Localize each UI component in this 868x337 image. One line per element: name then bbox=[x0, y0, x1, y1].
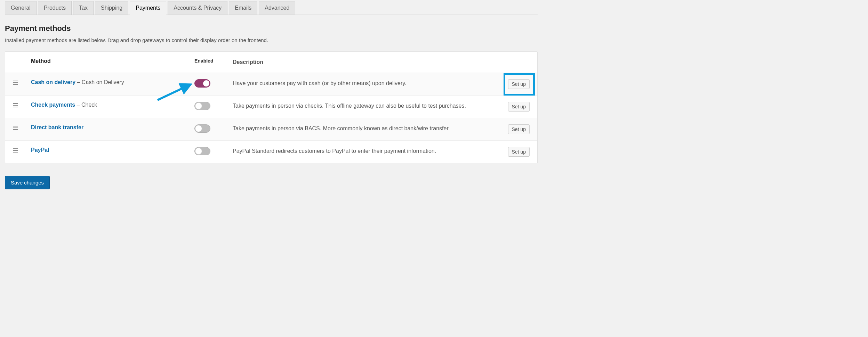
set-up-button[interactable]: Set up bbox=[508, 147, 530, 157]
table-row: Direct bank transferTake payments in per… bbox=[5, 118, 537, 140]
page-description: Installed payment methods are listed bel… bbox=[5, 37, 538, 43]
gateway-name-link[interactable]: Cash on delivery bbox=[31, 79, 75, 85]
column-header-description: Description bbox=[233, 58, 498, 66]
table-header: Method Enabled Description bbox=[5, 52, 537, 73]
gateway-separator: – bbox=[75, 102, 81, 108]
gateway-description: Take payments in person via checks. This… bbox=[233, 102, 498, 110]
tab-tax[interactable]: Tax bbox=[73, 1, 94, 15]
tab-payments[interactable]: Payments bbox=[130, 1, 166, 15]
tab-shipping[interactable]: Shipping bbox=[95, 1, 128, 15]
gateway-description: PayPal Standard redirects customers to P… bbox=[233, 147, 498, 155]
gateway-name-link[interactable]: Direct bank transfer bbox=[31, 124, 83, 130]
gateway-description: Have your customers pay with cash (or by… bbox=[233, 79, 498, 88]
drag-handle-icon[interactable] bbox=[13, 79, 18, 85]
column-header-method: Method bbox=[31, 58, 194, 64]
tab-general[interactable]: General bbox=[5, 1, 37, 15]
drag-handle-icon[interactable] bbox=[13, 147, 18, 153]
enabled-toggle[interactable] bbox=[194, 102, 210, 110]
tab-emails[interactable]: Emails bbox=[229, 1, 257, 15]
tab-products[interactable]: Products bbox=[38, 1, 72, 15]
column-header-enabled: Enabled bbox=[194, 58, 233, 64]
set-up-button[interactable]: Set up bbox=[508, 102, 530, 112]
tab-accounts-privacy[interactable]: Accounts & Privacy bbox=[168, 1, 227, 15]
payment-gateways-table: Method Enabled Description Cash on deliv… bbox=[5, 51, 538, 163]
enabled-toggle[interactable] bbox=[194, 147, 210, 155]
enabled-toggle[interactable] bbox=[194, 79, 210, 88]
drag-handle-icon[interactable] bbox=[13, 124, 18, 130]
gateway-description: Take payments in person via BACS. More c… bbox=[233, 124, 498, 133]
table-row: PayPalPayPal Standard redirects customer… bbox=[5, 140, 537, 163]
page-title: Payment methods bbox=[5, 24, 538, 33]
gateway-display-name: Cash on Delivery bbox=[82, 79, 124, 85]
gateway-name-link[interactable]: PayPal bbox=[31, 147, 49, 153]
gateway-display-name: Check bbox=[81, 102, 97, 108]
gateway-separator: – bbox=[75, 79, 82, 85]
drag-handle-icon[interactable] bbox=[13, 102, 18, 107]
set-up-button[interactable]: Set up bbox=[508, 124, 530, 134]
settings-tab-strip: GeneralProductsTaxShippingPaymentsAccoun… bbox=[5, 1, 538, 15]
gateway-name-link[interactable]: Check payments bbox=[31, 102, 75, 108]
table-row: Check payments – CheckTake payments in p… bbox=[5, 95, 537, 118]
set-up-button[interactable]: Set up bbox=[508, 79, 530, 89]
table-row: Cash on delivery – Cash on DeliveryHave … bbox=[5, 73, 537, 95]
save-changes-button[interactable]: Save changes bbox=[5, 176, 50, 189]
enabled-toggle[interactable] bbox=[194, 124, 210, 133]
tab-advanced[interactable]: Advanced bbox=[259, 1, 295, 15]
